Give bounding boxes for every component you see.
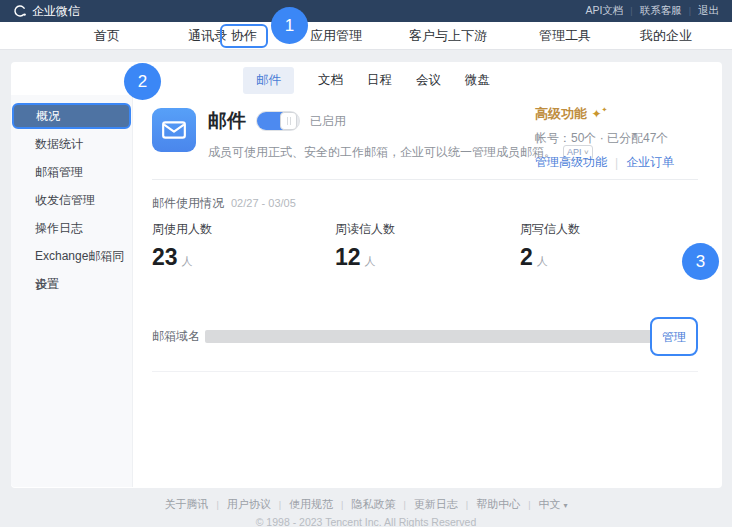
divider: | xyxy=(615,156,618,170)
mail-domain-row: 邮箱域名 管理 xyxy=(152,317,698,355)
divider: | xyxy=(403,500,405,510)
stat-value: 23 xyxy=(152,244,178,271)
usage-title: 邮件使用情况 xyxy=(152,195,224,212)
stat-label: 周使用人数 xyxy=(152,221,212,238)
mail-sidebar: 概况 数据统计 邮箱管理 收发信管理 操作日志 Exchange邮箱同步 设置 xyxy=(11,95,133,487)
collaboration-tabbar: 邮件 文档 日程 会议 微盘 xyxy=(11,62,722,95)
app-description: 成员可使用正式、安全的工作邮箱，企业可以统一管理成员邮箱。 xyxy=(208,144,556,161)
stat-weekly-readers: 周读信人数 12 人 xyxy=(335,221,395,271)
stat-value: 2 xyxy=(520,244,533,271)
content-panel: 邮件 文档 日程 会议 微盘 概况 数据统计 邮箱管理 收发信管理 操作日志 E… xyxy=(11,62,722,488)
sidebar-item-overview-annotated[interactable]: 概况 xyxy=(12,103,131,129)
page-background: 邮件 文档 日程 会议 微盘 概况 数据统计 邮箱管理 收发信管理 操作日志 E… xyxy=(0,50,732,527)
mail-usage-section: 邮件使用情况 02/27 - 03/05 周使用人数 23 人 周读信人数 xyxy=(152,180,698,277)
about-tencent-link[interactable]: 关于腾讯 xyxy=(164,497,208,512)
annotation-badge-1: 1 xyxy=(271,7,308,44)
language-selector[interactable]: 中文 ▾ xyxy=(538,497,567,512)
caret-down-icon: ▾ xyxy=(564,501,568,510)
wechat-work-logo-icon xyxy=(13,4,27,18)
stat-label: 周写信人数 xyxy=(520,221,580,238)
manage-domain-link[interactable]: 管理 xyxy=(662,330,686,344)
annotation-badge-3: 3 xyxy=(682,243,719,280)
stat-weekly-writers: 周写信人数 2 人 xyxy=(520,221,580,271)
nav-item-admin-tools[interactable]: 管理工具 xyxy=(539,27,591,45)
api-docs-link[interactable]: API文档 xyxy=(585,4,623,18)
top-app-bar: 企业微信 API文档 | 联系客服 | 退出 xyxy=(0,0,732,22)
privacy-policy-link[interactable]: 隐私政策 xyxy=(351,497,395,512)
page-footer: 关于腾讯 | 用户协议 | 使用规范 | 隐私政策 | 更新日志 | 帮助中心 … xyxy=(0,497,732,527)
enable-status-label: 已启用 xyxy=(310,113,346,130)
usage-date-range: 02/27 - 03/05 xyxy=(231,197,296,209)
stat-unit: 人 xyxy=(182,254,193,269)
premium-links: 管理高级功能 | 企业订单 xyxy=(535,154,674,171)
divider: | xyxy=(216,500,218,510)
main-content: 邮件 已启用 成员可使用正式、安全的工作邮箱，企业可以统一管理成员邮箱。 API… xyxy=(133,95,722,487)
nav-item-my-company[interactable]: 我的企业 xyxy=(640,27,692,45)
brand: 企业微信 xyxy=(13,3,80,20)
panel-body: 概况 数据统计 邮箱管理 收发信管理 操作日志 Exchange邮箱同步 设置 xyxy=(11,95,722,487)
user-agreement-link[interactable]: 用户协议 xyxy=(227,497,271,512)
logout-link[interactable]: 退出 xyxy=(698,4,719,18)
main-nav: 首页 通讯录 协作 应用管理 客户与上下游 管理工具 我的企业 xyxy=(0,22,732,50)
stat-unit: 人 xyxy=(537,254,548,269)
sidebar-item-settings[interactable]: 设置 xyxy=(11,270,132,298)
mail-enable-toggle[interactable] xyxy=(256,111,300,131)
contact-support-link[interactable]: 联系客服 xyxy=(640,4,682,18)
annotation-badge-2: 2 xyxy=(124,63,161,100)
nav-item-home[interactable]: 首页 xyxy=(94,27,120,45)
manage-button-annotated[interactable]: 管理 xyxy=(650,317,698,356)
copyright-text: © 1998 - 2023 Tencent Inc. All Rights Re… xyxy=(0,516,732,527)
stat-value: 12 xyxy=(335,244,361,271)
stat-unit: 人 xyxy=(365,254,376,269)
sparkle-small-icon: ✦ xyxy=(602,106,608,113)
brand-name: 企业微信 xyxy=(32,3,80,20)
nav-item-apps[interactable]: 应用管理 xyxy=(310,27,362,45)
divider xyxy=(152,371,698,372)
mail-envelope-icon xyxy=(152,108,196,152)
sidebar-item-mailbox-management[interactable]: 邮箱管理 xyxy=(11,158,132,186)
nav-item-collaboration-annotated[interactable]: 协作 xyxy=(220,24,268,48)
divider: | xyxy=(341,500,343,510)
enterprise-orders-link[interactable]: 企业订单 xyxy=(626,154,674,171)
mail-app-header: 邮件 已启用 成员可使用正式、安全的工作邮箱，企业可以统一管理成员邮箱。 API… xyxy=(152,95,698,180)
sidebar-item-operation-log[interactable]: 操作日志 xyxy=(11,214,132,242)
topbar-links: API文档 | 联系客服 | 退出 xyxy=(585,4,719,18)
footer-links: 关于腾讯 | 用户协议 | 使用规范 | 隐私政策 | 更新日志 | 帮助中心 … xyxy=(0,497,732,512)
page-title: 邮件 xyxy=(208,108,246,134)
changelog-link[interactable]: 更新日志 xyxy=(414,497,458,512)
divider: | xyxy=(528,500,530,510)
help-center-link[interactable]: 帮助中心 xyxy=(476,497,520,512)
redacted-domain-value xyxy=(205,330,670,343)
divider: | xyxy=(630,6,632,16)
manage-premium-link[interactable]: 管理高级功能 xyxy=(535,154,607,171)
premium-features-block: 高级功能 ✦✦ 帐号：50个 · 已分配47个 管理高级功能 | 企业订单 xyxy=(535,104,674,171)
divider: | xyxy=(279,500,281,510)
tab-meeting[interactable]: 会议 xyxy=(416,67,441,94)
tab-drive[interactable]: 微盘 xyxy=(465,67,490,94)
divider: | xyxy=(466,500,468,510)
premium-title: 高级功能 xyxy=(535,106,587,121)
divider: | xyxy=(689,6,691,16)
sidebar-item-statistics[interactable]: 数据统计 xyxy=(11,130,132,158)
tab-docs[interactable]: 文档 xyxy=(318,67,343,94)
premium-accounts-line: 帐号：50个 · 已分配47个 xyxy=(535,130,674,147)
stat-label: 周读信人数 xyxy=(335,221,395,238)
usage-policy-link[interactable]: 使用规范 xyxy=(289,497,333,512)
sidebar-item-send-receive[interactable]: 收发信管理 xyxy=(11,186,132,214)
stat-weekly-users: 周使用人数 23 人 xyxy=(152,221,212,271)
usage-stats: 周使用人数 23 人 周读信人数 12 人 xyxy=(152,221,698,277)
domain-label: 邮箱域名 xyxy=(152,328,205,345)
tab-mail[interactable]: 邮件 xyxy=(243,67,294,94)
sparkle-icon: ✦ xyxy=(591,107,601,121)
tab-calendar[interactable]: 日程 xyxy=(367,67,392,94)
sidebar-item-exchange-sync[interactable]: Exchange邮箱同步 xyxy=(11,242,132,270)
nav-item-customers[interactable]: 客户与上下游 xyxy=(409,27,487,45)
